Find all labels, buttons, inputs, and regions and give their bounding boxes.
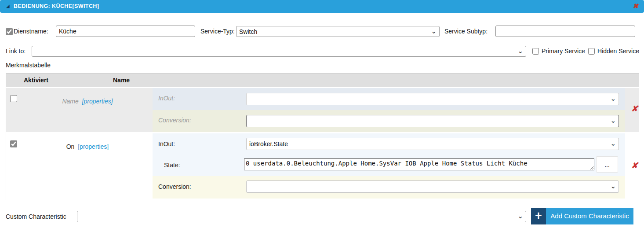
service-subtyp-label: Service Subtyp: xyxy=(444,28,488,35)
service-config-panel: ◢ BEDIENUNG: KÜCHE[SWITCH] ✖ Dienstname:… xyxy=(0,0,644,228)
conversion-select[interactable]: ⌄ xyxy=(246,115,619,127)
characteristics-table-caption: Merkmalstabelle xyxy=(6,62,51,69)
state-label: State: xyxy=(164,162,180,169)
service-typ-label: Service-Typ: xyxy=(200,28,235,35)
collapse-triangle-icon[interactable]: ◢ xyxy=(6,4,10,8)
inout-select[interactable]: ⌄ xyxy=(246,93,619,105)
plus-icon[interactable]: + xyxy=(531,208,546,224)
characteristics-table: Aktiviert Name Name [properties] InOut: … xyxy=(6,73,639,200)
hidden-service-label: Hidden Service xyxy=(597,48,639,55)
service-typ-select[interactable]: Switch ⌄ xyxy=(236,26,440,37)
row-on-title: On [properties] xyxy=(50,143,125,150)
properties-link[interactable]: [properties] xyxy=(78,143,109,150)
hidden-service-checkbox[interactable] xyxy=(588,48,595,55)
inout-select[interactable]: ioBroker.State ⌄ xyxy=(246,138,619,150)
inout-label: InOut: xyxy=(158,95,175,102)
state-browse-button[interactable]: ... xyxy=(596,156,618,173)
delete-row-icon[interactable]: ✘ xyxy=(631,162,638,169)
panel-title: BEDIENUNG: KÜCHE[SWITCH] xyxy=(14,3,99,9)
primary-service-checkbox[interactable] xyxy=(532,48,539,55)
close-icon[interactable]: ✖ xyxy=(633,2,638,10)
primary-service-label: Primary Service xyxy=(542,48,585,55)
row-on-enable-checkbox[interactable] xyxy=(10,140,17,147)
column-header-name: Name xyxy=(113,74,130,87)
add-custom-characteristic-button[interactable]: Add Custom Characteristic xyxy=(546,208,633,224)
properties-link[interactable]: [properties] xyxy=(82,98,113,105)
link-to-select[interactable]: ⌄ xyxy=(32,46,526,57)
column-header-aktiviert: Aktiviert xyxy=(24,74,48,87)
custom-characteristic-select[interactable]: ⌄ xyxy=(77,211,526,222)
table-header-row: Aktiviert Name xyxy=(6,74,639,87)
characteristic-name: Name xyxy=(62,98,78,105)
conversion-select[interactable]: ⌄ xyxy=(246,180,619,193)
custom-characteristic-label: Custom Characteristic xyxy=(6,213,66,220)
service-subtyp-input[interactable] xyxy=(495,26,635,37)
row-name-title: Name [properties] xyxy=(50,98,125,105)
link-to-label: Link to: xyxy=(6,48,25,55)
table-row-name: Name [properties] InOut: ⌄ Conversion: ⌄… xyxy=(6,88,639,132)
dienstname-checkbox[interactable] xyxy=(6,28,13,35)
inout-label: InOut: xyxy=(158,140,175,147)
characteristic-name: On xyxy=(66,143,75,150)
conversion-label: Conversion: xyxy=(158,183,191,190)
table-row-on: On [properties] InOut: ioBroker.State ⌄ … xyxy=(6,133,639,200)
row-name-enable-checkbox[interactable] xyxy=(10,95,17,102)
conversion-label: Conversion: xyxy=(158,117,191,124)
delete-row-icon[interactable]: ✘ xyxy=(631,105,638,113)
state-input[interactable]: 0_userdata.0.Beleuchtung.Apple_Home.SysV… xyxy=(244,158,594,170)
dienstname-input[interactable] xyxy=(56,26,195,37)
dienstname-label: Dienstname: xyxy=(14,28,48,35)
panel-title-bar[interactable]: ◢ BEDIENUNG: KÜCHE[SWITCH] ✖ xyxy=(0,0,644,13)
